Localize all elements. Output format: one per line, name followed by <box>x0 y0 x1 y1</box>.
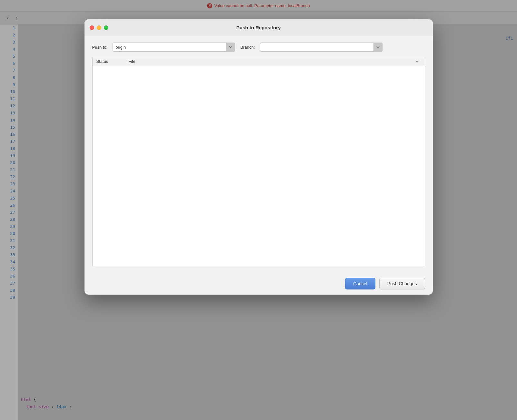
table-collapse-arrow[interactable] <box>413 61 421 63</box>
files-table: Status File <box>92 57 425 266</box>
table-header: Status File <box>93 57 425 66</box>
branch-label: Branch: <box>240 45 255 50</box>
push-changes-button[interactable]: Push Changes <box>379 278 425 289</box>
maximize-window-button[interactable] <box>104 25 108 30</box>
close-window-button[interactable] <box>90 25 94 30</box>
modal-footer: Cancel Push Changes <box>85 273 433 295</box>
branch-input[interactable] <box>260 43 383 52</box>
push-to-repository-dialog: Push to Repository Push to: Branch: <box>85 19 433 295</box>
modal-body: Push to: Branch: <box>85 36 433 273</box>
push-to-label: Push to: <box>92 45 108 50</box>
repository-selection-row: Push to: Branch: <box>92 43 425 52</box>
modal-titlebar: Push to Repository <box>85 19 433 36</box>
push-to-input[interactable] <box>113 43 235 52</box>
modal-overlay: Push to Repository Push to: Branch: <box>0 0 517 420</box>
col-header-file: File <box>129 59 413 64</box>
col-header-status: Status <box>96 59 129 64</box>
cancel-button[interactable]: Cancel <box>345 278 375 289</box>
modal-title: Push to Repository <box>236 25 281 30</box>
table-body <box>93 66 425 266</box>
table-chevron-icon <box>415 61 419 63</box>
branch-select-wrapper <box>260 43 383 52</box>
window-controls <box>90 25 108 30</box>
push-to-select-wrapper <box>113 43 235 52</box>
minimize-window-button[interactable] <box>97 25 101 30</box>
